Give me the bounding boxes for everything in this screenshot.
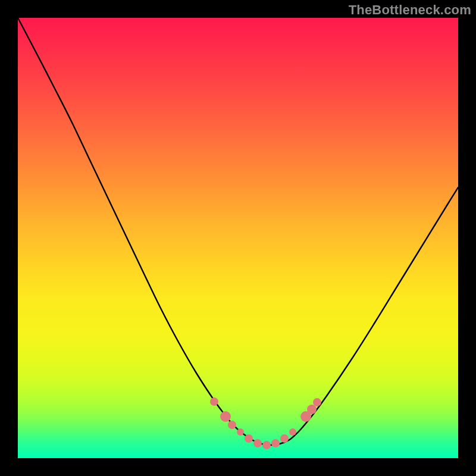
chart-svg — [18, 18, 458, 458]
trough-dot — [280, 434, 289, 443]
trough-dot — [245, 434, 253, 443]
trough-dot — [313, 398, 321, 406]
plot-area — [18, 18, 458, 458]
frame: TheBottleneck.com — [0, 0, 476, 476]
trough-dot — [220, 411, 231, 422]
trough-dot — [228, 421, 236, 429]
bottleneck-curve — [18, 18, 458, 445]
trough-dot — [271, 439, 280, 447]
trough-dot — [237, 428, 244, 436]
trough-dot — [253, 439, 262, 447]
watermark-text: TheBottleneck.com — [349, 2, 471, 18]
trough-dots — [210, 397, 321, 449]
trough-dot — [307, 405, 317, 414]
trough-dot — [262, 441, 271, 449]
trough-dot — [289, 428, 296, 436]
trough-dot — [210, 397, 218, 406]
